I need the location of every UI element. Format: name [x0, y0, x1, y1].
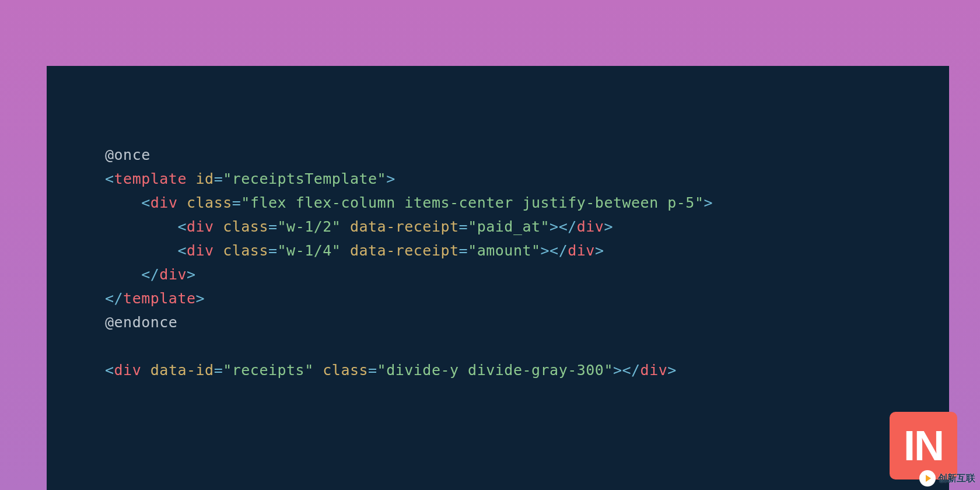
code-token: "receipts"	[223, 362, 314, 379]
code-token: "w-1/4"	[278, 242, 341, 259]
code-token: "paid_at"	[468, 218, 550, 235]
code-token	[314, 362, 323, 379]
code-block: @once <template id="receiptsTemplate"> <…	[105, 143, 949, 382]
code-token: div	[568, 242, 595, 259]
code-token: </	[141, 266, 159, 283]
code-token	[177, 194, 187, 211]
code-token: <	[177, 242, 187, 259]
code-token: >	[196, 290, 205, 307]
code-token: @endonce	[105, 314, 177, 331]
code-token: =	[232, 194, 242, 211]
code-token: <	[141, 194, 150, 211]
code-token: div	[187, 242, 214, 259]
code-token: data-id	[150, 362, 214, 379]
code-token: >	[386, 170, 396, 187]
code-token: class	[323, 362, 368, 379]
page-background: @once <template id="receiptsTemplate"> <…	[0, 0, 980, 490]
code-token	[341, 218, 350, 235]
in-badge-text: IN	[904, 422, 943, 469]
code-token	[105, 242, 177, 259]
code-token: div	[159, 266, 187, 283]
code-token: =	[459, 218, 468, 235]
code-token	[214, 218, 223, 235]
code-token: =	[214, 362, 223, 379]
code-token: "receiptsTemplate"	[223, 170, 386, 187]
code-token	[187, 170, 196, 187]
code-token: @once	[105, 146, 150, 163]
code-panel: @once <template id="receiptsTemplate"> <…	[47, 66, 949, 490]
code-token: <	[105, 362, 114, 379]
code-token	[341, 242, 350, 259]
code-token: class	[223, 242, 268, 259]
code-token: id	[196, 170, 214, 187]
code-token: class	[223, 218, 268, 235]
code-token: >	[595, 242, 604, 259]
code-token: >	[187, 266, 196, 283]
code-token: <	[177, 218, 187, 235]
code-token: </	[105, 290, 123, 307]
code-token: data-receipt	[350, 218, 459, 235]
code-token	[105, 266, 141, 283]
code-token: "amount"	[468, 242, 540, 259]
code-token: div	[640, 362, 668, 379]
code-token: template	[123, 290, 195, 307]
code-token: ></	[613, 362, 640, 379]
code-token: >	[604, 218, 613, 235]
code-token: template	[114, 170, 187, 187]
code-token: div	[114, 362, 142, 379]
code-token: >	[704, 194, 713, 211]
code-token: ></	[541, 242, 568, 259]
code-token: =	[459, 242, 468, 259]
code-token: div	[150, 194, 178, 211]
code-token: "flex flex-column items-center justify-b…	[241, 194, 704, 211]
code-token: >	[667, 362, 677, 379]
code-token	[141, 362, 150, 379]
code-token: =	[214, 170, 223, 187]
code-token	[214, 242, 223, 259]
code-token: div	[577, 218, 604, 235]
code-token: "divide-y divide-gray-300"	[377, 362, 613, 379]
code-token: ></	[550, 218, 577, 235]
code-token: class	[187, 194, 232, 211]
code-token: "w-1/2"	[278, 218, 341, 235]
code-token: data-receipt	[350, 242, 459, 259]
in-badge: IN	[890, 412, 957, 480]
code-token	[105, 194, 141, 211]
code-token: =	[268, 242, 278, 259]
code-token: <	[105, 170, 114, 187]
code-token: div	[187, 218, 214, 235]
code-token	[105, 218, 177, 235]
code-token: =	[368, 362, 377, 379]
code-token: =	[268, 218, 278, 235]
